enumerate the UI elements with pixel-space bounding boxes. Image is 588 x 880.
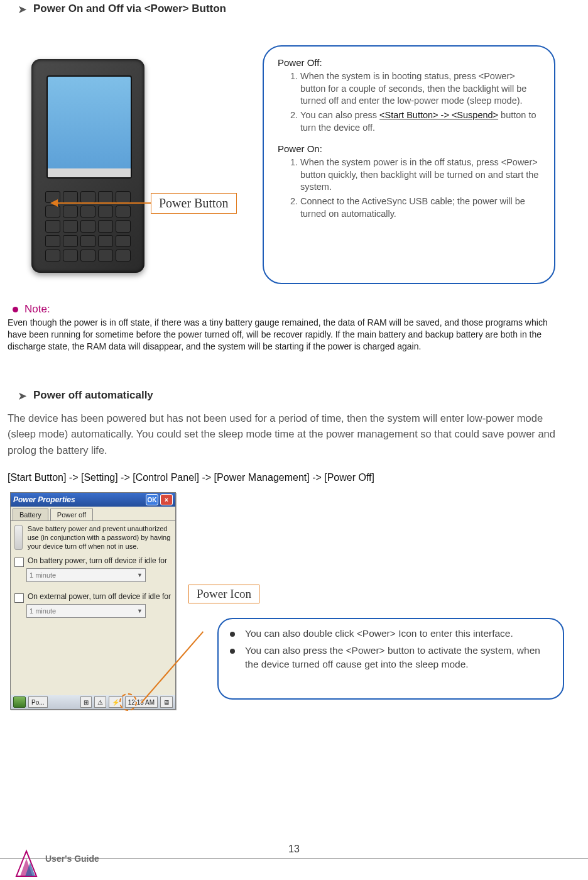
note-body: Even though the power is in off state, i… — [8, 317, 565, 353]
device-keypad — [45, 191, 131, 261]
power-instructions-box: Power Off: When the system is in booting… — [263, 45, 555, 284]
taskbar: Po... ⊞ ⚠ ⚡ 12:13 AM 🖥 — [11, 695, 175, 709]
checkbox-battery-idle[interactable] — [14, 558, 24, 567]
section-paragraph: The device has been powered but has not … — [8, 410, 567, 459]
bullet-icon — [230, 649, 235, 654]
power-properties-window: Power Properties OK × Battery Power off … — [10, 492, 176, 710]
power-on-title: Power On: — [278, 143, 542, 155]
start-button[interactable] — [13, 696, 26, 708]
select-value: 1 minute — [30, 607, 56, 615]
menu-path: <Start Button> -> <Suspend> — [379, 110, 498, 120]
checkbox-label: On battery power, turn off device if idl… — [28, 556, 167, 565]
select-battery-idle[interactable]: 1 minute ▼ — [26, 568, 146, 582]
device-mockup — [31, 59, 144, 273]
checkbox-label: On external power, turn off device if id… — [28, 592, 171, 601]
tray-icon[interactable]: ⊞ — [80, 696, 92, 708]
tab-power-off[interactable]: Power off — [50, 509, 93, 520]
note-title: Note: — [24, 303, 50, 316]
close-button[interactable]: × — [160, 494, 173, 505]
power-off-step-1: When the system is in booting status, pr… — [300, 70, 542, 107]
section-heading: Power On and Off via <Power> Button — [33, 3, 226, 15]
power-panel-icon — [14, 525, 23, 550]
chevron-right-icon: ➤ — [18, 4, 27, 15]
tab-row: Battery Power off — [11, 507, 175, 521]
chevron-down-icon: ▼ — [137, 572, 143, 578]
tip-text: You can also double click <Power> Icon t… — [245, 627, 513, 641]
tray-icon[interactable]: ⚠ — [94, 696, 106, 708]
callout-arrow-icon — [50, 199, 58, 207]
logo-icon — [11, 849, 41, 877]
ok-button[interactable]: OK — [146, 494, 158, 505]
navigation-path: [Start Button] -> [Setting] -> [Control … — [8, 472, 570, 483]
power-off-step-2: You can also press <Start Button> -> <Su… — [300, 109, 542, 134]
checkbox-external-idle[interactable] — [14, 593, 24, 603]
panel-description: Save battery power and prevent unauthori… — [28, 525, 172, 551]
taskbar-item[interactable]: Po... — [28, 696, 48, 708]
chevron-down-icon: ▼ — [137, 608, 143, 614]
taskbar-item-label: Po... — [31, 699, 45, 706]
footer-guide-text: User's Guide — [45, 854, 99, 864]
tip-text: You can also press the <Power> button to… — [245, 644, 552, 672]
device-screen — [46, 75, 132, 179]
select-value: 1 minute — [30, 571, 56, 579]
device-taskbar — [48, 168, 131, 177]
text-frag: You can also press — [300, 110, 379, 120]
window-title: Power Properties — [13, 495, 75, 504]
bullet-icon — [230, 632, 235, 637]
power-on-step-1: When the system power is in the off stat… — [300, 157, 542, 194]
callout-line — [58, 202, 151, 204]
tray-icon[interactable]: 🖥 — [160, 696, 173, 708]
bullet-icon — [13, 307, 18, 312]
power-off-title: Power Off: — [278, 57, 542, 69]
chevron-right-icon: ➤ — [18, 390, 27, 402]
select-external-idle[interactable]: 1 minute ▼ — [26, 604, 146, 618]
window-titlebar[interactable]: Power Properties OK × — [11, 493, 175, 507]
power-icon-label: Power Icon — [188, 585, 259, 603]
section-heading: Power off automatically — [33, 389, 153, 402]
power-on-step-2: Connect to the ActiveSync USB cable; the… — [300, 195, 542, 220]
tab-battery[interactable]: Battery — [13, 509, 48, 520]
power-button-label: Power Button — [151, 193, 237, 214]
tips-box: You can also double click <Power> Icon t… — [217, 618, 564, 700]
